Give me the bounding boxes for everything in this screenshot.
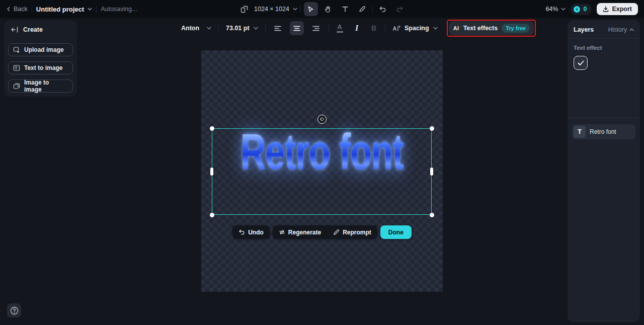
effect-undo-button[interactable]: Undo <box>232 225 270 239</box>
layer-item-retro-font[interactable]: T Retro font <box>572 124 635 139</box>
resize-handle-top-right[interactable] <box>430 126 434 131</box>
text-to-image-icon <box>13 64 20 71</box>
divider <box>568 118 640 118</box>
italic-icon: I <box>355 24 358 33</box>
reprompt-button[interactable]: Reprompt <box>327 225 377 239</box>
credits-coin-icon <box>573 6 581 13</box>
chevron-down-icon <box>433 27 438 30</box>
rotate-handle[interactable] <box>317 115 327 124</box>
rotate-icon <box>319 117 325 122</box>
chevron-down-icon <box>207 27 211 30</box>
regenerate-icon <box>279 229 285 235</box>
font-name: Anton <box>181 25 199 32</box>
text-tool-button[interactable] <box>338 2 352 16</box>
italic-button[interactable]: I <box>351 22 363 35</box>
image-to-image-label: Image to image <box>24 79 68 93</box>
font-size: 73.01 pt <box>226 25 250 32</box>
upload-image-button[interactable]: Upload image <box>8 43 73 56</box>
text-toolbar: Anton 73.01 pt A I B <box>179 20 534 36</box>
canvas-dimensions: 1024 × 1024 <box>254 6 289 13</box>
divider <box>96 6 97 13</box>
history-toggle[interactable]: History <box>608 26 634 33</box>
ai-icon: AI <box>453 25 459 31</box>
canvas-size-dropdown[interactable]: 1024 × 1024 <box>254 6 297 13</box>
align-center-icon <box>293 26 300 31</box>
text-to-image-button[interactable]: Text to image <box>8 61 73 74</box>
collapse-panel-icon[interactable] <box>11 27 18 33</box>
text-effect-applied-tile[interactable] <box>574 56 588 70</box>
pen-tool-button[interactable] <box>355 2 369 16</box>
resize-canvas-icon[interactable] <box>237 2 251 16</box>
regenerate-label: Regenerate <box>288 229 321 236</box>
align-right-button[interactable] <box>309 21 323 35</box>
project-title: Untitled project <box>36 6 84 13</box>
select-tool-button[interactable] <box>304 2 318 16</box>
align-left-button[interactable] <box>271 21 285 35</box>
resize-handle-top-left[interactable] <box>210 126 214 131</box>
export-button[interactable]: Export <box>597 3 638 15</box>
credits-count: 0 <box>583 6 587 13</box>
text-color-button[interactable]: A <box>334 22 346 35</box>
divider <box>372 6 373 13</box>
chevron-up-icon <box>629 28 634 31</box>
export-label: Export <box>612 6 632 13</box>
try-free-badge: Try free <box>502 24 530 33</box>
align-center-button[interactable] <box>290 21 304 35</box>
text-layer-thumbnail: T <box>574 126 586 138</box>
resize-handle-bottom-left[interactable] <box>210 213 214 217</box>
history-label: History <box>608 26 627 33</box>
done-button[interactable]: Done <box>380 225 412 239</box>
download-icon <box>603 6 609 12</box>
selection-box[interactable] <box>212 128 432 215</box>
upload-image-icon <box>13 46 20 53</box>
zoom-level: 64% <box>545 6 558 13</box>
create-panel: Create Upload image Text to image Image … <box>4 20 77 97</box>
cursor-icon <box>307 6 314 13</box>
undo-icon <box>379 6 386 13</box>
resize-handle-bottom-right[interactable] <box>430 213 434 217</box>
project-title-menu[interactable]: Untitled project <box>36 6 92 13</box>
text-effects-label: Text effects <box>463 25 498 32</box>
layers-title: Layers <box>574 26 594 33</box>
font-family-dropdown[interactable]: Anton <box>179 25 213 32</box>
question-mark-icon <box>10 306 19 315</box>
credits-badge[interactable]: 0 <box>571 4 592 15</box>
chevron-down-icon <box>293 8 297 11</box>
reprompt-label: Reprompt <box>343 229 371 236</box>
pen-icon <box>359 6 366 13</box>
checkmark-icon <box>578 60 584 66</box>
upload-image-label: Upload image <box>24 46 64 53</box>
text-effects-button[interactable]: AI Text effects Try free <box>449 21 534 35</box>
undo-button[interactable] <box>376 2 390 16</box>
zoom-dropdown[interactable]: 64% <box>545 6 566 13</box>
image-to-image-button[interactable]: Image to image <box>8 79 73 93</box>
resize-handle-left[interactable] <box>210 168 213 176</box>
layer-name: Retro font <box>590 128 616 135</box>
effect-action-bar: Undo Regenerate Reprompt Done <box>0 225 644 239</box>
redo-button[interactable] <box>393 2 407 16</box>
divider <box>32 6 32 13</box>
redo-icon <box>396 6 404 13</box>
chevron-down-icon <box>561 8 566 11</box>
font-size-dropdown[interactable]: 73.01 pt <box>224 25 260 32</box>
back-button[interactable]: Back <box>6 6 28 13</box>
autosave-status: Autosaving... <box>101 6 137 13</box>
regenerate-button[interactable]: Regenerate <box>273 225 327 239</box>
spacing-dropdown[interactable]: Spacing <box>390 25 440 32</box>
divider <box>328 25 329 32</box>
resize-handle-right[interactable] <box>430 168 433 176</box>
hand-tool-button[interactable] <box>321 2 335 16</box>
bold-button[interactable]: B <box>368 22 380 35</box>
help-button[interactable] <box>7 303 21 317</box>
align-right-icon <box>312 26 319 31</box>
chevron-down-icon <box>88 8 92 11</box>
image-to-image-icon <box>13 83 20 90</box>
done-label: Done <box>388 229 404 236</box>
pencil-icon <box>333 229 340 235</box>
divider <box>300 6 301 13</box>
create-panel-title: Create <box>23 26 43 33</box>
chevron-down-icon <box>254 27 258 30</box>
text-tool-icon <box>342 6 349 13</box>
spacing-label: Spacing <box>405 25 429 32</box>
undo-icon <box>238 229 245 235</box>
